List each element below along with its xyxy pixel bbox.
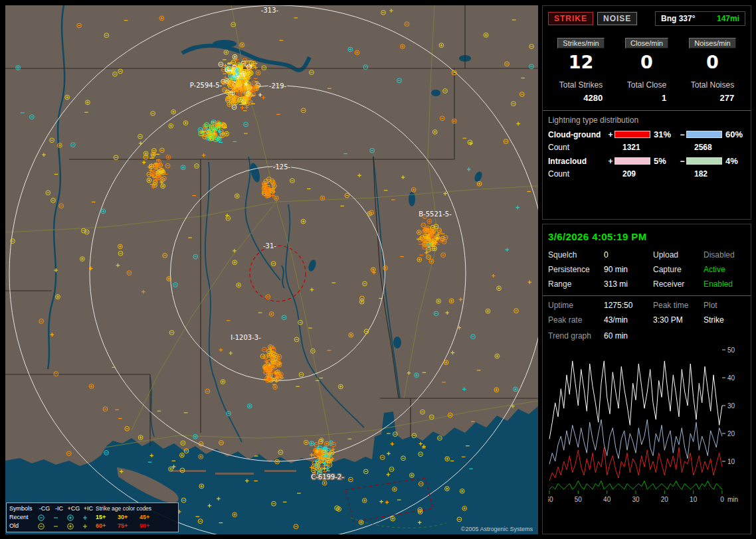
receiver-label: Receiver [653, 279, 704, 289]
legend-symbol-pcg [66, 514, 81, 522]
receiver-state: Enabled [704, 279, 745, 289]
svg-text:50: 50 [727, 346, 735, 354]
svg-text:20: 20 [727, 430, 735, 437]
cg-negative-pct: 60% [722, 129, 742, 139]
trend-graph-window: 60 min [604, 331, 745, 341]
ic-positive-swatch [614, 157, 650, 165]
ic-negative-swatch [686, 157, 722, 165]
app-window: { "map": { "copyright": "©2005 Astrogeni… [0, 0, 756, 539]
legend-col-ncg: -CG [37, 504, 52, 513]
svg-text:min: min [727, 496, 738, 503]
minus-sign: − [678, 130, 686, 139]
divider [543, 110, 751, 111]
legend-col-nic: -IC [52, 504, 66, 513]
legend-col-pic: +IC [81, 504, 96, 513]
total-noises-value: 277 [691, 93, 734, 103]
squelch-value: 0 [604, 250, 653, 260]
ic-positive-count: 209 [614, 169, 678, 179]
peak-rate-value: 43/min [604, 315, 653, 325]
cg-positive-swatch [614, 131, 650, 138]
bearing-label: Bng 337° [661, 14, 695, 23]
ring-label--125-: -125- [273, 163, 291, 171]
age-code-60+: 60+ [96, 522, 118, 530]
map-legend: Symbols -CG -IC +CG +IC Strike age color… [6, 502, 179, 532]
rate-stats: Strikes/min 12 Total Strikes 4280 Close/… [548, 37, 745, 104]
cloud-ground-row: Cloud-ground + 31% − 60% [548, 129, 745, 139]
persistence-label: Persistence [548, 265, 604, 274]
age-code-45+: 45+ [140, 513, 161, 522]
bearing-display: Bng 337° 147mi [655, 11, 745, 26]
svg-text:10: 10 [727, 458, 735, 465]
ic-negative-pct: 4% [722, 156, 742, 166]
count-label: Count [548, 143, 607, 152]
upload-label: Upload [653, 250, 704, 260]
legend-symbol-pcg [66, 522, 81, 530]
cg-positive-pct: 31% [650, 129, 678, 139]
uptime-label: Uptime [548, 301, 604, 310]
total-close-label: Total Close [627, 80, 666, 90]
storm-cell-label: P-2594-5- [190, 82, 223, 89]
peak-rate-label: Peak rate [548, 315, 604, 325]
bearing-distance: 147mi [717, 14, 739, 23]
strikes-per-min-value: 12 [548, 52, 614, 72]
age-code-90+: 90+ [140, 522, 161, 530]
age-code-30+: 30+ [118, 513, 140, 522]
status-panel: 3/6/2026 4:05:19 PM Squelch 0 Upload Dis… [542, 224, 751, 534]
datetime-display: 3/6/2026 4:05:19 PM [548, 231, 745, 242]
legend-symbol-pic [81, 522, 96, 530]
svg-text:30: 30 [632, 496, 640, 503]
strikes-per-min-label: Strikes/min [557, 38, 604, 48]
plot-value: Strike [704, 315, 745, 325]
plot-label: Plot [704, 301, 745, 310]
range-value: 313 mi [604, 279, 653, 289]
trend-graph-row: Trend graph 60 min [548, 331, 745, 341]
legend-row-old: Old 60+75+90+ [9, 522, 175, 530]
cloud-ground-count-row: Count 1321 2568 [548, 143, 745, 152]
svg-text:30: 30 [727, 402, 735, 410]
persistence-value: 90 min [604, 265, 653, 274]
legend-symbol-ncg [37, 522, 52, 530]
svg-text:40: 40 [727, 374, 735, 382]
toolbar: STRIKE NOISE Bng 337° 147mi [548, 11, 745, 26]
peak-time-label: Peak time [653, 301, 704, 310]
divider [543, 295, 751, 296]
cg-positive-count: 1321 [614, 143, 678, 152]
plus-sign: + [607, 157, 614, 166]
age-code-15+: 15+ [96, 513, 118, 522]
strike-toggle-button[interactable]: STRIKE [548, 12, 593, 25]
svg-text:0: 0 [720, 496, 724, 503]
ic-positive-pct: 5% [650, 156, 678, 166]
noises-per-min-label: Noises/min [689, 38, 735, 48]
storm-cell-label: B-5521-5- [419, 210, 452, 218]
storm-cell-label: I-1203-3- [231, 334, 261, 341]
svg-text:60: 60 [548, 496, 553, 503]
squelch-label: Squelch [548, 250, 604, 260]
svg-text:40: 40 [603, 496, 611, 503]
upload-state: Disabled [704, 250, 745, 260]
close-per-min-label: Close/min [625, 38, 668, 48]
range-label: Range [548, 279, 604, 289]
peak-time-value: 3:30 PM [653, 315, 704, 325]
capture-state: Active [704, 265, 745, 274]
uptime-value: 1275:50 [604, 301, 653, 310]
legend-col-pcg: +CG [66, 504, 81, 513]
total-noises-label: Total Noises [691, 80, 734, 90]
legend-symbol-ncg [37, 514, 52, 522]
map-view[interactable]: -313--219--125--31-P-2594-5-B-5521-5-I-1… [5, 5, 538, 534]
noise-toggle-button[interactable]: NOISE [597, 12, 637, 25]
status-grid: Uptime 1275:50 Peak time Plot Peak rate … [548, 301, 745, 325]
capture-label: Capture [653, 265, 704, 274]
svg-text:10: 10 [690, 496, 698, 503]
total-close-value: 1 [627, 93, 666, 103]
noises-per-min-value: 0 [680, 52, 745, 72]
noises-per-min-column: Noises/min 0 Total Noises 277 [680, 37, 745, 104]
distribution-title: Lightning type distribution [548, 116, 745, 125]
legend-symbol-nic [52, 522, 66, 530]
settings-grid: Squelch 0 Upload Disabled Persistence 90… [548, 250, 745, 289]
storm-cell-label: C-6199-2- [311, 473, 344, 481]
legend-symbols-title: Symbols [9, 504, 37, 513]
trend-series-light-blue [549, 420, 722, 464]
ic-negative-count: 182 [686, 169, 742, 179]
strikes-per-min-column: Strikes/min 12 Total Strikes 4280 [548, 37, 614, 104]
intracloud-label: Intracloud [548, 157, 607, 166]
